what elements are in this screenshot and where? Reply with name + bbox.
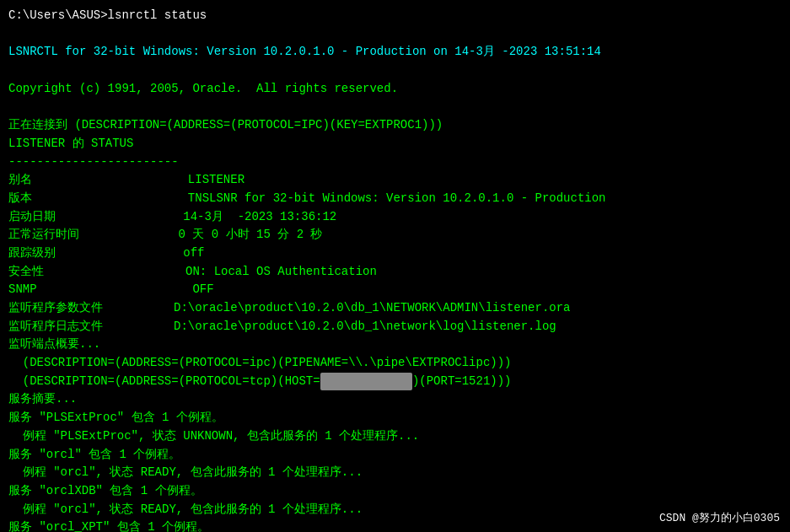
line-orcl-instance: 例程 "orcl", 状态 READY, 包含此服务的 1 个处理程序... xyxy=(8,464,782,482)
line-endpoints-header: 监听端点概要... xyxy=(8,336,782,354)
line-trace: 跟踪级别 off xyxy=(8,245,782,263)
line-1: C:\Users\ASUS>lsnrctl status xyxy=(8,7,782,25)
line-orcl-service: 服务 "orcl" 包含 1 个例程。 xyxy=(8,446,782,465)
line-alias: 别名 LISTENER xyxy=(8,171,782,190)
line-uptime: 正常运行时间 0 天 0 小时 15 分 2 秒 xyxy=(8,226,782,245)
line-plsextproc-instance: 例程 "PLSExtProc", 状态 UNKNOWN, 包含此服务的 1 个处… xyxy=(8,427,782,446)
line-version: 版本 TNSLSNR for 32-bit Windows: Version 1… xyxy=(8,190,782,208)
line-orclxdb-service: 服务 "orclXDB" 包含 1 个例程。 xyxy=(8,482,782,501)
line-copyright: Copyright (c) 1991, 2005, Oracle. All ri… xyxy=(8,80,782,99)
line-plsextproc-service: 服务 "PLSExtProc" 包含 1 个例程。 xyxy=(8,409,782,427)
line-3: LSNRCTL for 32-bit Windows: Version 10.2… xyxy=(8,43,782,62)
line-log-file: 监听程序日志文件 D:\oracle\product\10.2.0\db_1\n… xyxy=(8,318,782,336)
line-endpoint-2: (DESCRIPTION=(ADDRESS=(PROTOCOL=tcp)(HOS… xyxy=(8,373,782,391)
line-2 xyxy=(8,25,782,44)
line-6 xyxy=(8,98,782,116)
line-start-date: 启动日期 14-3月 -2023 13:36:12 xyxy=(8,208,782,227)
blurred-host: 192.168.1.100 xyxy=(320,373,412,391)
line-services-header: 服务摘要... xyxy=(8,390,782,409)
line-connecting: 正在连接到 (DESCRIPTION=(ADDRESS=(PROTOCOL=IP… xyxy=(8,116,782,135)
line-param-file: 监听程序参数文件 D:\oracle\product\10.2.0\db_1\N… xyxy=(8,299,782,318)
line-status-header: LISTENER 的 STATUS xyxy=(8,135,782,153)
watermark: CSDN @努力的小白0305 xyxy=(659,510,780,525)
line-security: 安全性 ON: Local OS Authentication xyxy=(8,263,782,282)
line-endpoint-1: (DESCRIPTION=(ADDRESS=(PROTOCOL=ipc)(PIP… xyxy=(8,354,782,373)
line-4 xyxy=(8,62,782,80)
terminal-output: C:\Users\ASUS>lsnrctl status LSNRCTL for… xyxy=(8,7,782,532)
line-divider: ------------------------ xyxy=(8,153,782,172)
line-snmp: SNMP OFF xyxy=(8,281,782,299)
terminal-window: C:\Users\ASUS>lsnrctl status LSNRCTL for… xyxy=(0,0,790,532)
